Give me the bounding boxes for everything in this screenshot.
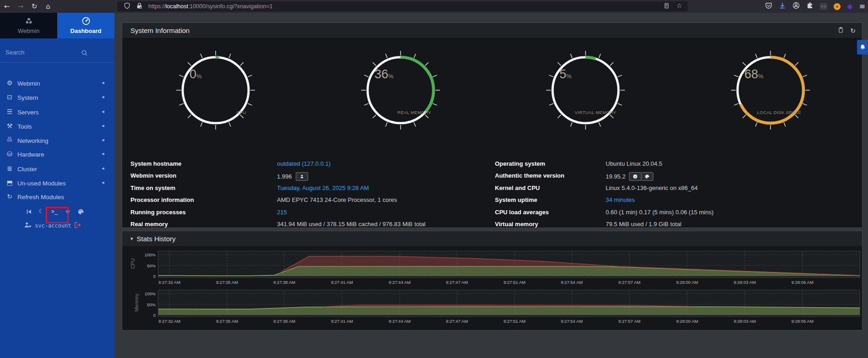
collapse-triangle-icon: ▾ [130,236,133,241]
info-value: AMD EPYC 7413 24-Core Processor, 1 cores [277,196,397,203]
sidebar-item-label: Servers [17,109,39,116]
x-axis-tick: 9:27:54 AM [553,280,590,285]
gem-extension-icon[interactable]: ◆ [847,3,852,10]
system-information-title: System Information [130,27,190,34]
sidebar-item-hardware[interactable]: ⛁Hardware◂ [0,148,114,161]
forward-icon[interactable]: → [14,3,27,10]
info-label: Processor information [130,196,194,203]
info-value: 34 minutes [606,196,635,203]
stats-history-header[interactable]: ▾ Stats History [122,231,862,247]
extensions-puzzle-icon[interactable] [806,2,814,11]
sidebar-item-networking[interactable]: 品Networking◂ [0,135,114,147]
tracking-shield-icon[interactable] [124,2,130,11]
gauge-label: CPU [237,110,246,115]
info-value: 1.996 [277,172,308,181]
gauge-ring [542,47,629,134]
system-information-header: System Information ↻ [122,23,862,38]
puzzle-icon: ⬒ [6,179,13,187]
account-icon[interactable] [792,2,800,11]
gauge-label: LOCAL DISK SPACE [757,110,801,115]
bookmark-star-icon[interactable]: ☆ [676,2,682,11]
logout-icon[interactable] [73,222,81,228]
gauge-label: REAL MEMORY [397,110,431,115]
x-axis-tick: 9:27:44 AM [381,319,418,324]
x-axis-tick: 9:28:00 AM [669,319,705,324]
gauge-percent: 68% [744,67,764,81]
gauge-ring [727,47,814,134]
sidebar-item-refresh-modules[interactable]: ↻Refresh Modules [0,191,114,203]
theme-palette-icon[interactable] [75,208,87,219]
info-value-link[interactable]: 215 [277,209,287,216]
sidebar-item-label: Tools [17,123,32,130]
x-axis-tick: 9:27:41 AM [324,319,360,324]
chevron-left-icon: ◂ [102,80,104,85]
robot-extension-icon[interactable] [820,3,827,10]
cpu-chart [158,251,860,279]
reader-view-icon[interactable] [663,2,670,11]
collapse-sidebar-icon[interactable] [23,208,35,219]
menu-hamburger-icon[interactable]: ≡ [859,3,865,10]
x-axis-tick: 9:27:54 AM [553,319,590,324]
chevron-left-icon: ◂ [102,151,104,156]
search-icon[interactable] [81,49,88,56]
annotation-highlight-box [46,207,69,223]
gauge-ring [357,47,444,134]
user-settings-icon [24,222,32,229]
info-label: Time on system [130,184,175,191]
palette-button[interactable] [641,172,653,181]
disk-stack-icon: ⛁ [6,151,13,158]
layers-icon: ≣ [6,165,13,173]
memory-chart [158,290,860,318]
x-axis-tick: 9:28:03 AM [727,280,763,285]
pocket-icon[interactable] [765,2,772,11]
refresh-panel-icon[interactable]: ↻ [850,27,856,34]
info-label: System hostname [130,160,181,167]
webmin-dashboard-screenshot: ← → ↻ ⌂ https://localhost:10000/sysinfo.… [0,0,868,358]
info-value-link[interactable]: Tuesday, August 26, 2025 9:28 AM [277,184,369,191]
sidebar-item-label: Networking [17,137,49,144]
reload-icon[interactable]: ↻ [27,3,41,10]
tab-webmin[interactable]: Webmin [0,13,57,38]
lock-warning-icon[interactable] [136,2,143,11]
sidebar-item-cluster[interactable]: ≣Cluster◂ [0,163,114,175]
orange-extension-icon[interactable] [834,3,841,10]
search-input[interactable] [5,49,84,56]
sidebar-item-tools[interactable]: ⚒Tools◂ [0,120,114,133]
chevron-left-icon: ◂ [102,109,104,114]
info-button[interactable]: i [629,172,641,181]
sidebar-item-label: Hardware [17,151,44,158]
info-value-link[interactable]: outdated (127.0.0.1) [277,160,331,167]
x-axis-tick: 9:28:06 AM [784,280,821,285]
x-axis-tick: 9:28:00 AM [669,280,705,285]
display-icon: ⊡ [6,94,13,101]
sidebar-item-un-used-modules[interactable]: ⬒Un-used Modules◂ [0,177,114,190]
gauge-percent: 5% [559,67,572,81]
info-value: 19.95.2i [606,172,653,181]
info-label: Kernel and CPU [495,184,540,191]
x-axis-tick: 9:27:41 AM [324,280,360,285]
info-label: Authentic theme version [495,172,564,179]
sidebar-item-webmin[interactable]: ⚙Webmin◂ [0,77,114,90]
info-value: 79.5 MiB used / 1.9 GiB total [606,221,681,228]
info-value: 0.60 (1 min) 0.17 (5 mins) 0.06 (15 mins… [606,209,714,216]
y-axis-tick: 100% [139,291,156,296]
info-value: 215 [277,209,287,216]
url-text[interactable]: https://localhost:10000/sysinfo.cgi?xnav… [148,3,272,10]
notifications-bell-tab[interactable] [857,40,868,54]
copy-clipboard-icon[interactable] [838,27,844,35]
sidebar-item-system[interactable]: ⊡System◂ [0,92,114,104]
home-icon[interactable]: ⌂ [41,3,55,10]
info-value-link[interactable]: 34 minutes [606,196,635,203]
downloads-icon[interactable] [779,2,786,11]
chart-axis-label: CPU [130,258,136,269]
webmin-logo-icon [0,16,57,27]
url-bar[interactable]: https://localhost:10000/sysinfo.cgi?xnav… [117,1,688,11]
person-button[interactable] [296,172,308,181]
back-icon[interactable]: ← [0,3,14,10]
refresh-icon: ↻ [6,193,13,201]
stats-history-title: Stats History [137,235,176,243]
y-axis-tick: 50% [139,302,156,307]
sidebar-item-servers[interactable]: ☰Servers◂ [0,106,114,119]
sidebar-item-label: System [17,94,38,101]
tab-dashboard[interactable]: Dashboard [57,13,114,38]
